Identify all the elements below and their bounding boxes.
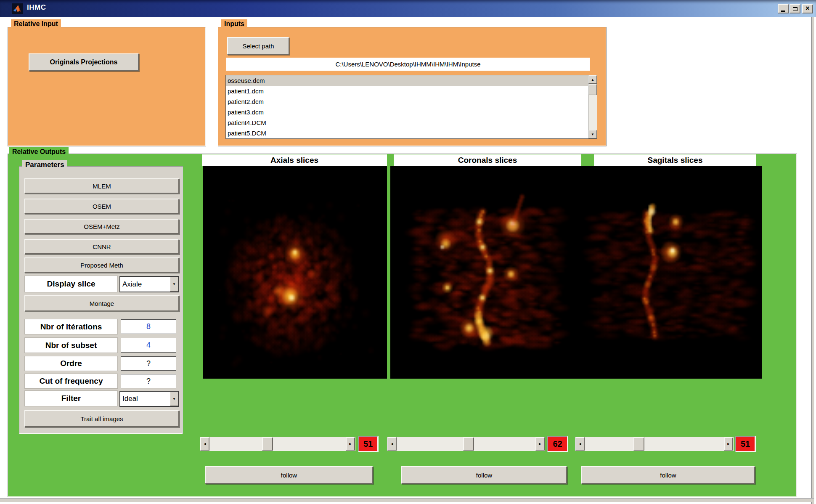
maximize-button[interactable] bbox=[790, 4, 800, 13]
cutoff-field[interactable]: ? bbox=[121, 374, 176, 388]
coronal-slider[interactable]: ◄ ► bbox=[387, 437, 545, 451]
slider-right-icon[interactable]: ► bbox=[535, 437, 545, 451]
trait-all-images-button[interactable]: Trait all images bbox=[24, 410, 179, 427]
inputs-label: Inputs bbox=[221, 19, 247, 29]
app-icon bbox=[12, 3, 23, 14]
mlem-button[interactable]: MLEM bbox=[24, 178, 179, 194]
iterations-field[interactable]: 8 bbox=[121, 319, 176, 334]
slider-right-icon[interactable]: ► bbox=[724, 437, 733, 451]
coronal-slice-image bbox=[390, 166, 581, 379]
file-listbox[interactable]: osseuse.dcmpatient1.dcmpatient2.dcmpatie… bbox=[225, 75, 597, 139]
osem-button[interactable]: OSEM bbox=[24, 199, 179, 214]
title-bar: IHMC × bbox=[0, 0, 816, 17]
coronal-title-strip: Coronals slices bbox=[394, 154, 581, 166]
file-item[interactable]: patient3.dcm bbox=[226, 107, 597, 117]
relative-input-panel bbox=[8, 27, 206, 146]
select-path-button[interactable]: Select path bbox=[227, 37, 289, 55]
subset-label: Nbr of subset bbox=[24, 337, 118, 353]
file-item[interactable]: patient1.dcm bbox=[226, 86, 597, 96]
cutoff-label: Cut of frequency bbox=[24, 374, 118, 389]
osem-metz-button[interactable]: OSEM+Metz bbox=[24, 219, 179, 234]
iterations-label: Nbr of itérations bbox=[24, 319, 118, 334]
file-list-scrollbar[interactable]: ▲ ▼ bbox=[588, 75, 597, 138]
iterations-value: 8 bbox=[146, 322, 151, 331]
axial-slice-image bbox=[203, 166, 387, 379]
ordre-value: ? bbox=[146, 359, 151, 368]
coronal-slice-number: 62 bbox=[547, 436, 568, 452]
coronal-slider-thumb[interactable] bbox=[463, 437, 474, 451]
scroll-down-icon[interactable]: ▼ bbox=[588, 130, 597, 138]
sagittal-slider[interactable]: ◄ ► bbox=[575, 437, 734, 451]
relative-input-label: Relative Input bbox=[11, 19, 61, 29]
window-title: IHMC bbox=[27, 3, 46, 12]
cutoff-value: ? bbox=[146, 377, 151, 386]
file-item[interactable]: patient5.DCM bbox=[226, 128, 597, 138]
scrollbar-thumb[interactable] bbox=[588, 84, 597, 95]
sagittal-slider-thumb[interactable] bbox=[633, 437, 644, 451]
sagittal-title-strip: Sagitals slices bbox=[594, 154, 756, 166]
filter-label: Filter bbox=[24, 390, 118, 406]
sagittal-slice-number: 51 bbox=[735, 436, 755, 452]
window-border-bottom bbox=[0, 498, 814, 502]
close-button[interactable]: × bbox=[802, 4, 813, 13]
file-items: osseuse.dcmpatient1.dcmpatient2.dcmpatie… bbox=[226, 75, 597, 138]
display-slice-dropdown[interactable]: Axiale ▼ bbox=[119, 276, 179, 292]
subset-value: 4 bbox=[146, 341, 151, 350]
ordre-field[interactable]: ? bbox=[121, 356, 176, 371]
path-display: C:\Users\LENOVO\Desktop\IHMM\IHM\IHM\Inp… bbox=[226, 58, 590, 71]
filter-dropdown[interactable]: Ideal ▼ bbox=[119, 391, 179, 407]
axial-slice-number: 51 bbox=[358, 436, 378, 452]
cnnr-button[interactable]: CNNR bbox=[24, 239, 179, 254]
parameters-label: Parameters bbox=[22, 160, 67, 170]
maximize-icon bbox=[793, 7, 797, 11]
minimize-icon bbox=[781, 11, 785, 12]
axial-title-strip: Axials slices bbox=[202, 154, 387, 166]
app-window: IHMC × Relative Input Originals Projecti… bbox=[0, 0, 816, 504]
close-icon: × bbox=[805, 5, 809, 12]
sagittal-follow-button[interactable]: follow bbox=[581, 466, 755, 484]
relative-outputs-label: Relative Outputs bbox=[9, 147, 69, 157]
scroll-up-icon[interactable]: ▲ bbox=[588, 75, 597, 84]
sagittal-slice-image bbox=[580, 166, 762, 379]
slider-left-icon[interactable]: ◄ bbox=[387, 437, 397, 451]
subset-field[interactable]: 4 bbox=[121, 338, 176, 353]
ordre-label: Ordre bbox=[24, 356, 118, 371]
minimize-button[interactable] bbox=[778, 4, 789, 13]
axial-slider[interactable]: ◄ ► bbox=[200, 437, 355, 451]
axial-follow-button[interactable]: follow bbox=[205, 466, 373, 484]
display-slice-label: Display slice bbox=[24, 276, 118, 292]
slider-left-icon[interactable]: ◄ bbox=[200, 437, 209, 451]
file-item[interactable]: patient4.DCM bbox=[226, 117, 597, 128]
proposed-meth-button[interactable]: Proposed Meth bbox=[24, 257, 179, 273]
chevron-down-icon[interactable]: ▼ bbox=[170, 277, 178, 292]
file-item[interactable]: osseuse.dcm bbox=[226, 75, 597, 86]
slider-right-icon[interactable]: ► bbox=[346, 437, 355, 451]
chevron-down-icon[interactable]: ▼ bbox=[170, 392, 178, 406]
montage-button[interactable]: Montage bbox=[24, 295, 179, 311]
axial-slider-thumb[interactable] bbox=[262, 437, 273, 451]
file-item[interactable]: patient2.dcm bbox=[226, 96, 597, 107]
window-border-right bbox=[811, 17, 814, 504]
originals-projections-button[interactable]: Originals Projections bbox=[29, 53, 139, 71]
sagittal-title: Sagitals slices bbox=[648, 156, 703, 165]
filter-value: Ideal bbox=[120, 395, 170, 403]
coronal-title: Coronals slices bbox=[458, 156, 517, 165]
axial-title: Axials slices bbox=[270, 156, 318, 165]
coronal-follow-button[interactable]: follow bbox=[401, 466, 567, 484]
display-slice-value: Axiale bbox=[120, 280, 170, 289]
slider-left-icon[interactable]: ◄ bbox=[575, 437, 585, 451]
